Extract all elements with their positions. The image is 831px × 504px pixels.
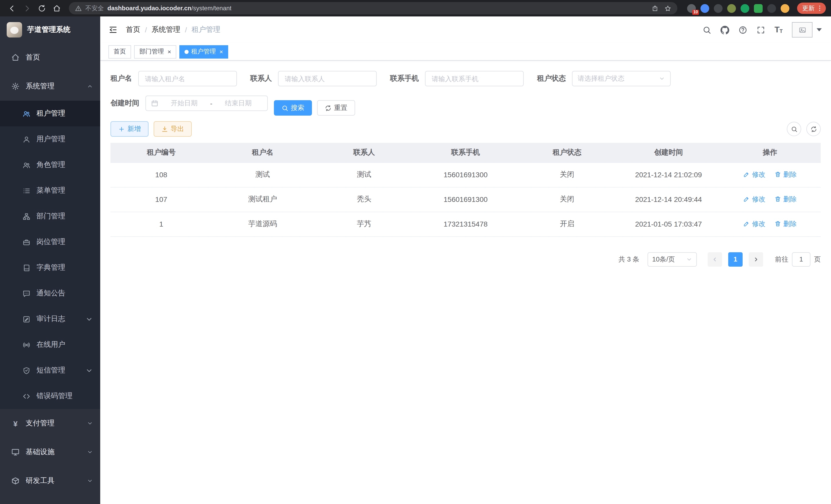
fullscreen-icon[interactable] [756, 25, 765, 34]
sidebar-item-audit-log[interactable]: 审计日志 [0, 306, 100, 332]
sidebar-item-label: 首页 [26, 53, 40, 62]
page-number-1[interactable]: 1 [728, 252, 743, 266]
contact-input[interactable] [284, 74, 371, 83]
edit-link[interactable]: 修改 [743, 219, 766, 229]
font-size-icon[interactable]: TT [774, 26, 783, 34]
github-icon[interactable] [720, 25, 729, 34]
ext-blue-icon[interactable] [700, 4, 709, 12]
edit-link[interactable]: 修改 [743, 195, 766, 204]
delete-link[interactable]: 删除 [774, 170, 797, 179]
sidebar-item-infrastructure[interactable]: 基础设施 [0, 438, 100, 467]
browser-forward-icon[interactable] [20, 2, 33, 15]
url-text: dashboard.yudao.iocoder.cn/system/tenant [107, 5, 231, 12]
box-icon [11, 477, 20, 485]
browser-update-button[interactable]: 更新 [797, 3, 826, 14]
sidebar-item-devtools[interactable]: 研发工具 [0, 467, 100, 495]
ext-globe-icon[interactable] [714, 4, 722, 12]
add-button[interactable]: 新增 [111, 121, 148, 137]
sidebar-item-label: 岗位管理 [36, 237, 65, 246]
refresh-icon [810, 126, 817, 132]
ext-olive-icon[interactable] [727, 4, 736, 12]
search-icon [791, 126, 797, 132]
cell-status: 关闭 [516, 187, 618, 212]
bookmark-star-icon[interactable] [664, 5, 671, 11]
sidebar-item-dept[interactable]: 部门管理 [0, 203, 100, 229]
reset-button[interactable]: 重置 [317, 100, 355, 116]
filter-status: 租户状态 请选择租户状态 [537, 71, 671, 86]
refresh-table-button[interactable] [806, 122, 821, 136]
tab-close-icon[interactable]: × [167, 49, 171, 55]
sidebar-item-notice[interactable]: 通知公告 [0, 280, 100, 306]
ext-green-icon[interactable] [741, 4, 749, 12]
address-bar[interactable]: 不安全 dashboard.yudao.iocoder.cn/system/te… [69, 2, 677, 14]
show-search-button[interactable] [787, 122, 801, 136]
browser-reload-icon[interactable] [35, 2, 48, 15]
message-icon [23, 290, 30, 297]
tab-home[interactable]: 首页 [109, 45, 131, 58]
filter-label: 租户状态 [537, 74, 566, 83]
sidebar-item-label: 菜单管理 [36, 186, 65, 195]
search-button[interactable]: 搜索 [274, 100, 312, 116]
kebab-menu-icon[interactable] [816, 5, 823, 12]
col-status: 租户状态 [516, 143, 618, 162]
next-page-button[interactable] [749, 252, 763, 266]
cell-id: 107 [111, 187, 212, 212]
sidebar-item-online-users[interactable]: 在线用户 [0, 332, 100, 358]
sidebar-item-home[interactable]: 首页 [0, 43, 100, 72]
date-range-picker[interactable]: 开始日期 - 结束日期 [145, 95, 268, 111]
cell-actions: 修改 删除 [719, 162, 821, 187]
breadcrumb-home[interactable]: 首页 [126, 25, 140, 34]
tab-close-icon[interactable]: × [219, 49, 223, 55]
mobile-input[interactable] [431, 74, 518, 83]
browser-back-icon[interactable] [5, 2, 19, 15]
breadcrumb-system[interactable]: 系统管理 [152, 25, 180, 34]
sidebar-item-post[interactable]: 岗位管理 [0, 229, 100, 255]
logo-avatar [7, 22, 22, 37]
help-icon[interactable] [739, 25, 747, 34]
home-icon [11, 53, 20, 62]
status-select[interactable]: 请选择租户状态 [572, 71, 671, 86]
ext-dots-icon[interactable]: 10 [687, 4, 696, 12]
delete-link[interactable]: 删除 [774, 195, 797, 204]
tenant-name-input[interactable] [144, 74, 231, 83]
org-tree-icon [23, 212, 30, 220]
chevron-down-icon [87, 478, 93, 484]
sidebar-item-user[interactable]: 用户管理 [0, 126, 100, 152]
edit-link[interactable]: 修改 [743, 170, 766, 179]
tab-dept[interactable]: 部门管理 × [134, 45, 176, 58]
add-button-label: 新增 [127, 124, 141, 134]
ext-green-square-icon[interactable] [754, 4, 763, 12]
breadcrumb-current: 租户管理 [192, 25, 221, 34]
tab-tenant[interactable]: 租户管理 × [179, 45, 228, 58]
page-size-select[interactable]: 10条/页 [648, 252, 697, 266]
browser-home-icon[interactable] [50, 2, 63, 15]
cell-mobile: 17321315478 [415, 212, 516, 236]
user-avatar-menu[interactable] [792, 22, 822, 37]
col-contact: 联系人 [314, 143, 415, 162]
ext-smiley-icon[interactable] [781, 4, 790, 12]
sidebar-item-error-code[interactable]: 错误码管理 [0, 383, 100, 409]
ext-dark-icon[interactable] [767, 4, 776, 12]
filter-label: 联系人 [250, 74, 272, 83]
sidebar-item-tenant[interactable]: 租户管理 [0, 101, 100, 126]
goto-page-input[interactable] [792, 252, 810, 266]
sidebar-item-dict[interactable]: 字典管理 [0, 255, 100, 280]
cell-created: 2021-12-14 21:02:09 [618, 162, 719, 187]
chevron-right-icon [753, 256, 759, 262]
cell-name: 测试租户 [212, 187, 314, 212]
export-button[interactable]: 导出 [154, 121, 192, 137]
sidebar-item-role[interactable]: 角色管理 [0, 152, 100, 178]
search-icon[interactable] [703, 25, 711, 34]
sidebar-item-payment[interactable]: ¥ 支付管理 [0, 409, 100, 438]
sidebar-item-menu[interactable]: 菜单管理 [0, 178, 100, 203]
prev-page-button[interactable] [708, 252, 722, 266]
avatar [792, 22, 812, 37]
delete-link[interactable]: 删除 [774, 219, 797, 229]
filter-label: 创建时间 [111, 99, 139, 108]
share-icon[interactable] [652, 5, 658, 11]
sidebar-item-sms[interactable]: 短信管理 [0, 358, 100, 383]
shield-icon [23, 366, 30, 374]
sidebar-item-system[interactable]: 系统管理 [0, 72, 100, 101]
goto-label: 前往 [775, 255, 789, 264]
sidebar-fold-icon[interactable] [100, 17, 126, 43]
